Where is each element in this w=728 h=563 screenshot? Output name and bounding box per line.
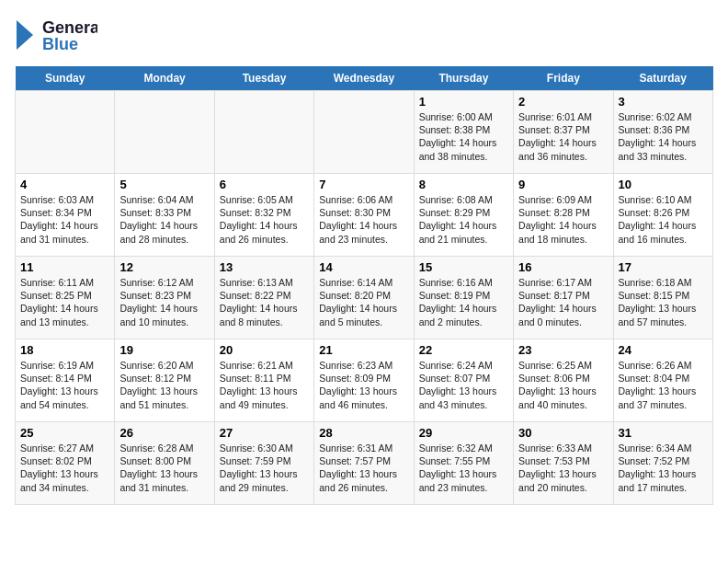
cell-content: Sunrise: 6:34 AM Sunset: 7:52 PM Dayligh… [619,442,708,494]
calendar-cell: 22Sunrise: 6:24 AM Sunset: 8:07 PM Dayli… [414,339,513,422]
date-number: 19 [119,343,209,357]
date-number: 9 [518,178,608,191]
calendar-cell: 9Sunrise: 6:09 AM Sunset: 8:28 PM Daylig… [514,174,613,257]
cell-content: Sunrise: 6:12 AM Sunset: 8:23 PM Dayligh… [119,276,209,328]
date-number: 23 [518,343,608,357]
cell-content: Sunrise: 6:18 AM Sunset: 8:15 PM Dayligh… [619,276,708,328]
week-row-2: 4Sunrise: 6:03 AM Sunset: 8:34 PM Daylig… [16,174,713,257]
cell-content: Sunrise: 6:30 AM Sunset: 7:59 PM Dayligh… [220,442,309,494]
date-number: 21 [319,343,408,357]
cell-content: Sunrise: 6:01 AM Sunset: 8:37 PM Dayligh… [518,110,608,163]
cell-content: Sunrise: 6:26 AM Sunset: 8:04 PM Dayligh… [619,359,708,411]
cell-content: Sunrise: 6:00 AM Sunset: 8:38 PM Dayligh… [419,110,508,163]
calendar-cell: 30Sunrise: 6:33 AM Sunset: 7:53 PM Dayli… [514,422,613,505]
date-number: 2 [518,95,608,109]
calendar-cell: 4Sunrise: 6:03 AM Sunset: 8:34 PM Daylig… [16,174,115,257]
calendar-cell: 7Sunrise: 6:06 AM Sunset: 8:30 PM Daylig… [314,174,414,257]
day-header-sunday: Sunday [16,66,115,91]
date-number: 27 [220,426,309,440]
calendar-cell: 3Sunrise: 6:02 AM Sunset: 8:36 PM Daylig… [613,91,712,174]
date-number: 29 [419,426,508,440]
week-row-5: 25Sunrise: 6:27 AM Sunset: 8:02 PM Dayli… [16,422,713,505]
date-number: 25 [20,426,109,440]
cell-content: Sunrise: 6:10 AM Sunset: 8:26 PM Dayligh… [619,193,708,246]
calendar-cell: 29Sunrise: 6:32 AM Sunset: 7:55 PM Dayli… [414,422,513,505]
svg-text:General: General [42,18,97,37]
calendar-cell: 6Sunrise: 6:05 AM Sunset: 8:32 PM Daylig… [214,174,313,257]
date-number: 10 [619,178,708,191]
page-header: GeneralBlue [15,15,713,55]
calendar-cell: 1Sunrise: 6:00 AM Sunset: 8:38 PM Daylig… [414,91,513,174]
svg-text:Blue: Blue [42,35,78,53]
calendar-cell: 15Sunrise: 6:16 AM Sunset: 8:19 PM Dayli… [414,257,513,339]
calendar-cell: 19Sunrise: 6:20 AM Sunset: 8:12 PM Dayli… [115,339,214,422]
calendar-cell [314,91,414,174]
date-number: 6 [220,178,309,191]
cell-content: Sunrise: 6:28 AM Sunset: 8:00 PM Dayligh… [119,442,209,494]
calendar-cell: 11Sunrise: 6:11 AM Sunset: 8:25 PM Dayli… [16,257,115,339]
calendar-cell [115,91,214,174]
day-header-wednesday: Wednesday [314,66,414,91]
calendar-cell: 27Sunrise: 6:30 AM Sunset: 7:59 PM Dayli… [214,422,313,505]
logo: GeneralBlue [15,15,97,55]
cell-content: Sunrise: 6:04 AM Sunset: 8:33 PM Dayligh… [119,193,209,246]
date-number: 18 [20,343,109,357]
calendar-cell: 16Sunrise: 6:17 AM Sunset: 8:17 PM Dayli… [514,257,613,339]
calendar-cell: 24Sunrise: 6:26 AM Sunset: 8:04 PM Dayli… [613,339,712,422]
date-number: 12 [119,260,209,274]
calendar-cell: 14Sunrise: 6:14 AM Sunset: 8:20 PM Dayli… [314,257,414,339]
calendar-cell: 31Sunrise: 6:34 AM Sunset: 7:52 PM Dayli… [613,422,712,505]
cell-content: Sunrise: 6:09 AM Sunset: 8:28 PM Dayligh… [518,193,608,246]
date-number: 7 [319,178,408,191]
calendar-cell: 13Sunrise: 6:13 AM Sunset: 8:22 PM Dayli… [214,257,313,339]
date-number: 8 [419,178,508,191]
cell-content: Sunrise: 6:13 AM Sunset: 8:22 PM Dayligh… [220,276,309,328]
date-number: 14 [319,260,408,274]
calendar-cell: 28Sunrise: 6:31 AM Sunset: 7:57 PM Dayli… [314,422,414,505]
cell-content: Sunrise: 6:23 AM Sunset: 8:09 PM Dayligh… [319,359,408,411]
date-number: 1 [419,95,508,109]
cell-content: Sunrise: 6:25 AM Sunset: 8:06 PM Dayligh… [518,359,608,411]
date-number: 17 [619,260,708,274]
date-number: 16 [518,260,608,274]
cell-content: Sunrise: 6:20 AM Sunset: 8:12 PM Dayligh… [119,359,209,411]
cell-content: Sunrise: 6:06 AM Sunset: 8:30 PM Dayligh… [319,193,408,246]
cell-content: Sunrise: 6:31 AM Sunset: 7:57 PM Dayligh… [319,442,408,494]
svg-marker-0 [17,20,33,50]
cell-content: Sunrise: 6:33 AM Sunset: 7:53 PM Dayligh… [518,442,608,494]
day-header-friday: Friday [514,66,613,91]
calendar-cell: 5Sunrise: 6:04 AM Sunset: 8:33 PM Daylig… [115,174,214,257]
day-header-monday: Monday [115,66,214,91]
cell-content: Sunrise: 6:24 AM Sunset: 8:07 PM Dayligh… [419,359,508,411]
calendar-cell: 23Sunrise: 6:25 AM Sunset: 8:06 PM Dayli… [514,339,613,422]
calendar-cell: 10Sunrise: 6:10 AM Sunset: 8:26 PM Dayli… [613,174,712,257]
calendar-cell: 2Sunrise: 6:01 AM Sunset: 8:37 PM Daylig… [514,91,613,174]
calendar-cell [16,91,115,174]
cell-content: Sunrise: 6:16 AM Sunset: 8:19 PM Dayligh… [419,276,508,328]
week-row-4: 18Sunrise: 6:19 AM Sunset: 8:14 PM Dayli… [16,339,713,422]
cell-content: Sunrise: 6:21 AM Sunset: 8:11 PM Dayligh… [220,359,309,411]
calendar-cell: 12Sunrise: 6:12 AM Sunset: 8:23 PM Dayli… [115,257,214,339]
date-number: 4 [20,178,109,191]
cell-content: Sunrise: 6:02 AM Sunset: 8:36 PM Dayligh… [619,110,708,163]
cell-content: Sunrise: 6:03 AM Sunset: 8:34 PM Dayligh… [20,193,109,246]
date-number: 11 [20,260,109,274]
calendar-cell: 25Sunrise: 6:27 AM Sunset: 8:02 PM Dayli… [16,422,115,505]
date-number: 31 [619,426,708,440]
date-number: 28 [319,426,408,440]
day-header-saturday: Saturday [613,66,712,91]
cell-content: Sunrise: 6:32 AM Sunset: 7:55 PM Dayligh… [419,442,508,494]
cell-content: Sunrise: 6:05 AM Sunset: 8:32 PM Dayligh… [220,193,309,246]
cell-content: Sunrise: 6:14 AM Sunset: 8:20 PM Dayligh… [319,276,408,328]
calendar-cell: 20Sunrise: 6:21 AM Sunset: 8:11 PM Dayli… [214,339,313,422]
cell-content: Sunrise: 6:08 AM Sunset: 8:29 PM Dayligh… [419,193,508,246]
date-number: 3 [619,95,708,109]
week-row-1: 1Sunrise: 6:00 AM Sunset: 8:38 PM Daylig… [16,91,713,174]
date-number: 15 [419,260,508,274]
cell-content: Sunrise: 6:17 AM Sunset: 8:17 PM Dayligh… [518,276,608,328]
logo-svg: GeneralBlue [15,15,97,55]
date-number: 20 [220,343,309,357]
date-number: 13 [220,260,309,274]
cell-content: Sunrise: 6:11 AM Sunset: 8:25 PM Dayligh… [20,276,109,328]
cell-content: Sunrise: 6:27 AM Sunset: 8:02 PM Dayligh… [20,442,109,494]
